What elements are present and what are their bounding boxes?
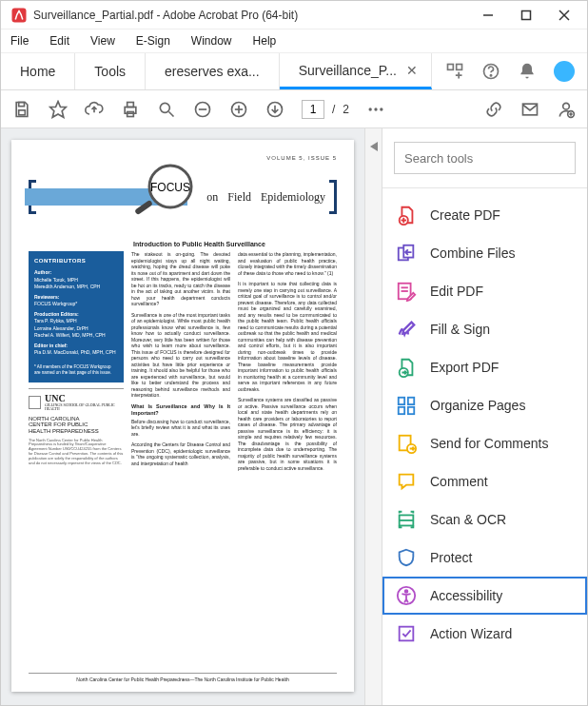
contrib-author: Michelle Torok, MPH <box>34 277 118 284</box>
contrib-eic: Pia D.M. MacDonald, PhD, MPH, CPH <box>34 349 118 357</box>
doc-para: According the Centers for Disease Contro… <box>131 441 230 466</box>
save-icon[interactable] <box>12 100 31 119</box>
unc-school: GILLINGS SCHOOL OF GLOBAL PUBLIC HEALTH <box>45 403 124 412</box>
collapse-triangle-icon[interactable] <box>370 142 378 151</box>
tab-home[interactable]: Home <box>1 53 75 89</box>
tab-doc-label: ereserves exa... <box>165 64 260 79</box>
doc-para: It is important to note that collecting … <box>238 281 337 392</box>
tool-export-pdf[interactable]: Export PDF <box>382 348 587 386</box>
tool-create-pdf[interactable]: Create PDF <box>382 196 587 234</box>
svg-rect-5 <box>447 65 453 70</box>
contrib-author-lbl: Author: <box>34 269 118 277</box>
tool-comment[interactable]: Comment <box>382 462 587 500</box>
svg-marker-11 <box>50 101 67 117</box>
contrib-author: Meredith Anderson, MPH, CPH <box>34 284 118 291</box>
svg-point-27 <box>563 103 570 109</box>
menu-bar: File Edit View E-Sign Window Help <box>1 29 587 52</box>
svg-rect-45 <box>399 407 404 414</box>
tools-divider <box>382 187 587 188</box>
link-icon[interactable] <box>484 100 503 119</box>
tool-accessibility[interactable]: Accessibility <box>382 577 587 615</box>
contrib-note: * All members of the FOCUS Workgroup are… <box>34 364 118 378</box>
print-icon[interactable] <box>121 100 140 119</box>
svg-rect-10 <box>19 109 26 114</box>
search-icon[interactable] <box>157 100 176 119</box>
svg-rect-43 <box>399 398 404 404</box>
nc-center-3: HEALTH PREPAREDNESS <box>29 428 124 435</box>
svg-rect-46 <box>408 407 414 414</box>
tool-label: Fill & Sign <box>430 322 490 337</box>
document-viewport[interactable]: VOLUME 5, ISSUE 5 FOCUS on Field Epidemi… <box>1 128 364 705</box>
svg-rect-2 <box>522 10 531 19</box>
tool-send-comments[interactable]: Send for Comments <box>382 424 587 462</box>
zoom-out-icon[interactable] <box>193 100 212 119</box>
tools-pane-collapse-strip[interactable] <box>364 128 382 705</box>
menu-file[interactable]: File <box>7 32 32 49</box>
menu-view[interactable]: View <box>87 32 119 49</box>
cloud-upload-icon[interactable] <box>85 100 104 119</box>
tool-fill-sign[interactable]: Fill & Sign <box>382 310 587 348</box>
zoom-in-icon[interactable] <box>229 100 248 119</box>
tool-label: Edit PDF <box>430 284 483 299</box>
menu-edit[interactable]: Edit <box>46 32 73 49</box>
bracket-right <box>329 180 337 214</box>
tool-organize-pages[interactable]: Organize Pages <box>382 386 587 424</box>
fill-sign-icon <box>396 319 417 340</box>
contrib-eic-lbl: Editor in chief: <box>34 343 118 350</box>
tool-action-wizard[interactable]: Action Wizard <box>382 615 587 653</box>
doc-para: data essential to the planning, implemen… <box>238 251 337 276</box>
tab-doc-surveillance[interactable]: Surveillance_P... ✕ <box>280 53 432 89</box>
menu-help[interactable]: Help <box>249 32 281 49</box>
close-button[interactable] <box>545 1 583 29</box>
svg-rect-53 <box>400 627 414 641</box>
menu-window[interactable]: Window <box>187 32 236 49</box>
tool-edit-pdf[interactable]: Edit PDF <box>382 272 587 310</box>
tab-home-label: Home <box>20 64 55 79</box>
maximize-button[interactable] <box>507 1 545 29</box>
svg-point-15 <box>160 103 169 112</box>
search-tools-input[interactable] <box>394 142 576 174</box>
window-title: Surveillance_Partial.pdf - Adobe Acrobat… <box>33 9 469 22</box>
tab-tools[interactable]: Tools <box>75 53 146 89</box>
tool-label: Send for Comments <box>430 436 549 451</box>
doc-para: Before discussing how to conduct surveil… <box>131 419 230 438</box>
account-icon[interactable] <box>557 100 576 119</box>
page-down-icon[interactable] <box>265 100 284 119</box>
svg-point-24 <box>374 108 377 110</box>
comment-icon <box>396 471 417 492</box>
page-total: 2 <box>343 103 349 116</box>
tool-scan-ocr[interactable]: Scan & OCR <box>382 500 587 539</box>
tab-close-icon[interactable]: ✕ <box>406 63 418 78</box>
mail-icon[interactable] <box>520 100 539 119</box>
doc-para: Surveillance is one of the most importan… <box>131 312 230 399</box>
unc-box: UNC GILLINGS SCHOOL OF GLOBAL PUBLIC HEA… <box>29 388 124 465</box>
more-icon[interactable] <box>366 100 385 119</box>
contrib-prod: Lorraine Alexander, DrPH <box>34 325 118 333</box>
star-icon[interactable] <box>49 100 68 119</box>
bell-icon[interactable] <box>518 62 537 81</box>
title-epi: Epidemiology <box>261 190 325 205</box>
menu-esign[interactable]: E-Sign <box>132 32 174 49</box>
svg-rect-13 <box>127 102 134 107</box>
quick-tools-icon[interactable] <box>445 62 464 81</box>
tool-combine-files[interactable]: Combine Files <box>382 234 587 272</box>
svg-line-16 <box>169 111 174 116</box>
page-current-input[interactable] <box>302 100 324 119</box>
tool-protect[interactable]: Protect <box>382 539 587 577</box>
page-indicator: / 2 <box>302 100 349 119</box>
avatar[interactable] <box>554 61 575 82</box>
main-toolbar: / 2 <box>1 90 587 128</box>
create-pdf-icon <box>396 205 417 226</box>
tab-doc-label: Surveillance_P... <box>299 63 397 78</box>
tab-doc-ereserves[interactable]: ereserves exa... <box>146 53 280 89</box>
minimize-button[interactable] <box>469 1 507 29</box>
contrib-prod: Rachel A. Wilfert, MD, MPH, CPH <box>34 332 118 340</box>
unc-logo-icon <box>29 396 41 409</box>
protect-icon <box>396 547 417 568</box>
window-title-bar: Surveillance_Partial.pdf - Adobe Acrobat… <box>1 1 587 29</box>
acrobat-app-icon <box>10 7 28 24</box>
help-icon[interactable] <box>481 62 500 81</box>
title-on: on <box>206 190 218 205</box>
tool-label: Action Wizard <box>430 626 512 641</box>
organize-pages-icon <box>396 395 417 416</box>
